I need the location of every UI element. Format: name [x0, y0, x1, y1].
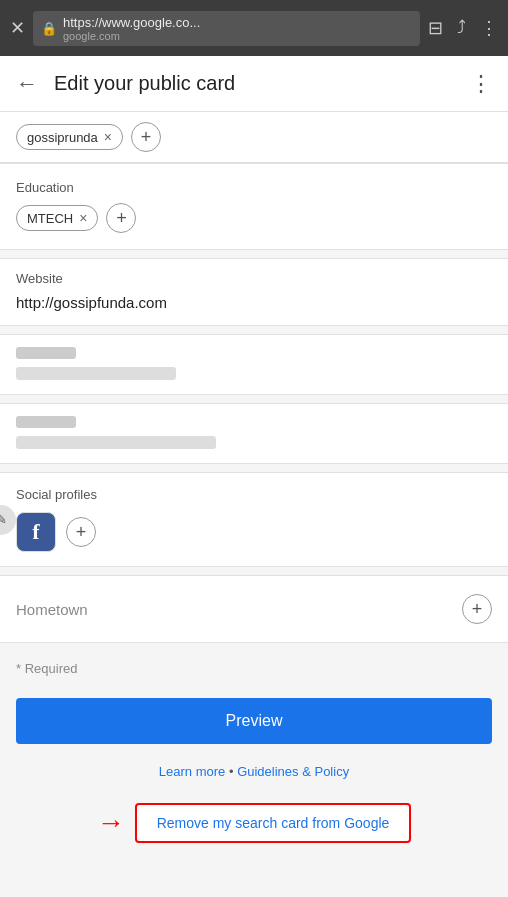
main-content: gossiprunda × + Education MTECH × + Webs…: [0, 112, 508, 897]
edit-float-icon[interactable]: ✎: [0, 505, 16, 535]
footer-dot: •: [229, 764, 237, 779]
website-label: Website: [16, 271, 492, 286]
learn-more-link[interactable]: Learn more: [159, 764, 225, 779]
hometown-label: Hometown: [16, 601, 88, 618]
social-profiles-section: ✎ Social profiles f +: [0, 472, 508, 567]
add-hometown-button[interactable]: +: [462, 594, 492, 624]
phone-value-blurred: [16, 367, 176, 380]
gossiprunda-remove-icon[interactable]: ×: [104, 129, 112, 145]
lock-icon: 🔒: [41, 21, 57, 36]
browser-close-icon[interactable]: ✕: [10, 17, 25, 39]
mtech-chip[interactable]: MTECH ×: [16, 205, 98, 231]
mtech-chip-label: MTECH: [27, 211, 73, 226]
remove-card-button[interactable]: Remove my search card from Google: [135, 803, 412, 843]
website-value[interactable]: http://gossipfunda.com: [16, 294, 492, 311]
browser-more-icon[interactable]: ⋮: [480, 17, 498, 39]
phone-section: [0, 334, 508, 395]
phone-label-blurred: [16, 347, 76, 359]
social-profiles-label: Social profiles: [16, 487, 492, 502]
url-stack: https://www.google.co... google.com: [63, 15, 200, 42]
website-section: Website http://gossipfunda.com: [0, 258, 508, 326]
header-more-icon[interactable]: ⋮: [470, 71, 492, 97]
facebook-icon: f: [32, 519, 39, 545]
app-header: ← Edit your public card ⋮: [0, 56, 508, 112]
url-sub: google.com: [63, 30, 200, 42]
footer-links: Learn more • Guidelines & Policy: [0, 756, 508, 795]
gossiprunda-chip-label: gossiprunda: [27, 130, 98, 145]
preview-button[interactable]: Preview: [16, 698, 492, 744]
add-education-button[interactable]: +: [106, 203, 136, 233]
education-section: Education MTECH × +: [0, 163, 508, 250]
add-social-button[interactable]: +: [66, 517, 96, 547]
gossiprunda-chip[interactable]: gossiprunda ×: [16, 124, 123, 150]
page-title: Edit your public card: [54, 72, 454, 95]
facebook-icon-wrap[interactable]: f: [16, 512, 56, 552]
mtech-remove-icon[interactable]: ×: [79, 210, 87, 226]
email-section: [0, 403, 508, 464]
share-icon[interactable]: ⤴: [457, 17, 466, 39]
education-label: Education: [16, 180, 492, 195]
arrow-icon: →: [97, 807, 125, 839]
browser-actions: ⊟ ⤴ ⋮: [428, 17, 498, 39]
address-bar[interactable]: 🔒 https://www.google.co... google.com: [33, 11, 420, 46]
hometown-row: Hometown +: [0, 575, 508, 643]
email-value-blurred: [16, 436, 216, 449]
url-main: https://www.google.co...: [63, 15, 200, 30]
browser-chrome: ✕ 🔒 https://www.google.co... google.com …: [0, 0, 508, 56]
social-icons-row: f +: [16, 512, 492, 552]
bookmark-icon[interactable]: ⊟: [428, 17, 443, 39]
back-button[interactable]: ←: [16, 71, 38, 97]
email-label-blurred: [16, 416, 76, 428]
remove-card-row: → Remove my search card from Google: [0, 795, 508, 867]
add-gossiprunda-button[interactable]: +: [131, 122, 161, 152]
required-note: * Required: [0, 651, 508, 686]
guidelines-link[interactable]: Guidelines & Policy: [237, 764, 349, 779]
gossiprunda-tag-row: gossiprunda × +: [0, 112, 508, 163]
